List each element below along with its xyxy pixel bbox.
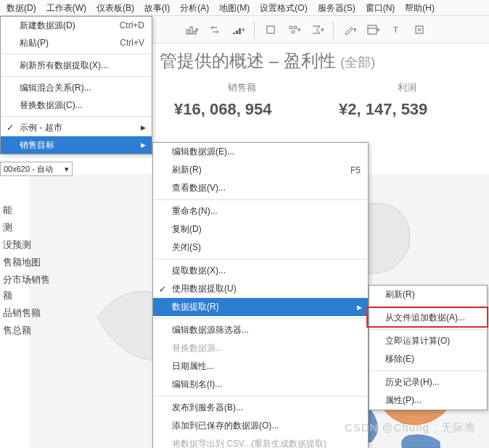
extract-submenu: 刷新(R)从文件追加数据(A)...立即运算计算(O)移除(E)历史记录(H).… — [369, 285, 488, 410]
menu-format[interactable]: 设置格式(O) — [255, 0, 312, 15]
marker-icon[interactable]: ▾ — [340, 20, 360, 40]
menubar: 数据(D) 工作表(W) 仪表板(B) 故事(I) 分析(A) 地图(M) 设置… — [0, 0, 489, 16]
svg-point-8 — [294, 26, 297, 29]
menu-item[interactable]: 移除(E) — [369, 350, 487, 368]
highlight-icon[interactable] — [260, 20, 281, 40]
datasource-submenu: 编辑数据源(E)...刷新(R)F5查看数据(V)...重命名(N)...复制(… — [152, 142, 369, 448]
menu-item[interactable]: 属性(P)... — [369, 391, 487, 410]
menu-item[interactable]: 历史记录(H)... — [369, 373, 487, 391]
svg-point-7 — [289, 26, 292, 29]
group-icon[interactable]: ▾ — [284, 20, 304, 40]
menu-window[interactable]: 窗口(N) — [361, 0, 400, 15]
value-sales: ¥16, 068, 954 — [160, 100, 324, 119]
list-item[interactable]: 测 — [0, 219, 58, 236]
svg-rect-1 — [190, 27, 192, 34]
menu-map[interactable]: 地图(M) — [214, 0, 255, 15]
fit-icon[interactable] — [409, 20, 430, 40]
svg-rect-10 — [368, 25, 377, 34]
size-value: 00x620 - 自动 — [4, 164, 53, 175]
svg-rect-0 — [186, 30, 189, 34]
list-item[interactable]: 品销售额 — [0, 304, 58, 322]
menu-item[interactable]: 编辑数据源筛选器... — [153, 321, 368, 339]
menu-item[interactable]: 替换数据源(C)... — [1, 96, 152, 114]
list-item[interactable]: 没预测 — [0, 236, 58, 254]
title-main: 管提供的概述 – 盈利性 — [160, 51, 336, 70]
menu-item[interactable]: 编辑混合关系(R)... — [1, 79, 152, 96]
menu-item[interactable]: 关闭(S) — [153, 238, 368, 257]
menu-dashboard[interactable]: 仪表板(B) — [91, 0, 139, 15]
menu-item[interactable]: 销售目标 — [1, 136, 152, 154]
list-item[interactable]: 分市场销售额 — [0, 271, 58, 304]
label-profit: 利润 — [324, 81, 489, 94]
totals-icon[interactable]: ▾ — [307, 20, 327, 40]
svg-rect-3 — [233, 33, 235, 34]
menu-item[interactable]: 编辑别名(I)... — [153, 376, 368, 394]
swap-icon[interactable] — [205, 20, 225, 40]
menu-item: 替换数据源... — [153, 339, 368, 357]
menu-data[interactable]: 数据(D) — [1, 0, 41, 15]
menu-worksheet[interactable]: 工作表(W) — [41, 0, 91, 15]
menu-item[interactable]: 示例 - 超市 — [1, 119, 152, 136]
menu-item[interactable]: 刷新(R) — [369, 286, 487, 304]
list-item[interactable]: 售额地图 — [0, 254, 58, 271]
svg-text:T: T — [393, 25, 398, 34]
menu-server[interactable]: 服务器(S) — [313, 0, 361, 15]
menu-item[interactable]: 提取数据(X)... — [153, 262, 368, 280]
menu-analyze[interactable]: 分析(A) — [175, 0, 214, 15]
svg-rect-4 — [236, 30, 238, 34]
menu-item[interactable]: 数据提取(R) — [153, 298, 368, 316]
sort-asc-icon[interactable]: ▾ — [228, 20, 248, 40]
svg-rect-5 — [239, 28, 241, 34]
data-menu-dropdown: 新建数据源(D)Ctrl+D粘贴(P)Ctrl+V刷新所有数据提取(X)...编… — [0, 16, 152, 154]
menu-item[interactable]: 立即运算计算(O) — [369, 332, 487, 350]
menu-item[interactable]: 查看数据(V)... — [153, 179, 368, 197]
menu-item: 将数据导出到 CSV...(重新生成数据提取) — [153, 435, 368, 448]
sheet-list: 能 测 没预测 售额地图 分市场销售额 品销售额 售总额 — [0, 202, 58, 339]
svg-rect-6 — [267, 26, 274, 33]
menu-item[interactable]: 重命名(N)... — [153, 202, 368, 220]
menu-help[interactable]: 帮助(H) — [400, 0, 440, 15]
chart-bar-icon[interactable]: ▾ — [181, 20, 202, 40]
menu-item[interactable]: 添加到已保存的数据源(O)... — [153, 417, 368, 435]
label-text-icon[interactable]: T — [386, 20, 406, 40]
value-profit: ¥2, 147, 539 — [324, 100, 489, 119]
menu-item[interactable]: 编辑数据源(E)... — [153, 143, 368, 161]
menu-story[interactable]: 故事(I) — [139, 0, 175, 15]
menu-item[interactable]: 从文件追加数据(A)... — [369, 309, 487, 327]
list-item[interactable]: 能 — [0, 202, 58, 219]
menu-item[interactable]: 发布到服务器(B)... — [153, 399, 368, 417]
menu-item[interactable]: 粘贴(P)Ctrl+V — [1, 34, 152, 51]
title-sub: (全部) — [340, 55, 375, 70]
size-selector[interactable]: 00x620 - 自动 ▾ — [0, 162, 73, 176]
chevron-down-icon: ▾ — [65, 165, 69, 174]
svg-point-9 — [292, 30, 295, 33]
menu-item[interactable]: 新建数据源(D)Ctrl+D — [1, 17, 152, 34]
list-item[interactable]: 售总额 — [0, 322, 58, 339]
menu-item[interactable]: 使用数据提取(U) — [153, 280, 368, 298]
menu-item[interactable]: 复制(D) — [153, 220, 368, 238]
menu-item[interactable]: 刷新所有数据提取(X)... — [1, 57, 152, 74]
worksheet-icon[interactable]: ▾ — [363, 20, 383, 40]
menu-item[interactable]: 日期属性... — [153, 357, 368, 376]
menu-item[interactable]: 刷新(R)F5 — [153, 161, 368, 179]
label-sales: 销售额 — [160, 81, 324, 94]
